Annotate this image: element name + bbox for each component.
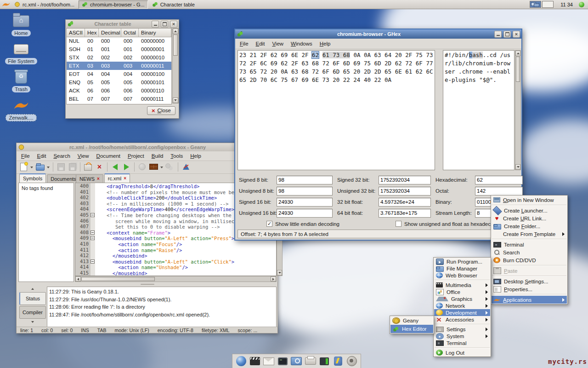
taskbar-button-rc-xml-root-foo-hom[interactable]: rc.xml - /root/foo/hom... xyxy=(11,1,77,8)
menubar-item-edit[interactable]: Edit xyxy=(34,152,50,160)
compile-button[interactable] xyxy=(137,161,147,172)
character-table-scrollbar[interactable] xyxy=(172,28,179,104)
scrollbar-thumb[interactable] xyxy=(516,57,520,82)
menu-item-create-launcher[interactable]: Create Launcher... xyxy=(492,207,567,214)
desktop-icon-file-system[interactable]: File System xyxy=(2,42,40,64)
table-row[interactable]: BEL0700700700000111 xyxy=(67,95,171,103)
code-line[interactable]: </mousebind> xyxy=(107,253,276,259)
menubar-item-view[interactable]: View xyxy=(74,152,93,160)
menu-item-search[interactable]: Search xyxy=(492,248,567,256)
scrollbar-thumb[interactable] xyxy=(173,34,178,56)
fold-marker-icon[interactable] xyxy=(90,213,95,217)
desktop-icon-trash[interactable]: Trash xyxy=(2,70,40,92)
fold-marker-icon[interactable] xyxy=(90,259,95,264)
unsigned-hex-checkbox[interactable]: Show unsigned and float as hexadecimal xyxy=(396,221,500,227)
table-row[interactable]: ETX0300300300000011 xyxy=(67,62,171,70)
column-header-ascii[interactable]: ASCII xyxy=(67,29,85,37)
ghex-window[interactable]: chromium-browser - GHex FileEditViewWind… xyxy=(234,29,522,241)
close-document-button[interactable]: × xyxy=(94,161,105,172)
signed-8-bit-input[interactable] xyxy=(277,176,333,184)
ghex-scrollbar[interactable] xyxy=(515,50,521,170)
minimize-button[interactable] xyxy=(152,21,159,28)
build-button[interactable] xyxy=(148,161,159,172)
preferences-button[interactable] xyxy=(165,161,175,172)
dock-launcher-volume[interactable] xyxy=(346,356,357,367)
code-line[interactable]: <action name="Raise"/> xyxy=(107,247,276,253)
tab-close-icon[interactable]: × xyxy=(124,176,126,181)
close-dialog-button[interactable]: ×Close xyxy=(147,106,175,115)
workspace-2[interactable] xyxy=(542,1,554,8)
dock-launcher-web-browser[interactable] xyxy=(236,356,247,367)
code-line[interactable]: </mousebind> xyxy=(107,270,276,276)
32-bit-float-input[interactable] xyxy=(379,198,431,207)
menu-item-web-browser[interactable]: Web Browser xyxy=(434,272,490,279)
navigate-back-button[interactable] xyxy=(110,161,120,172)
menu-item-hex-editor[interactable]: Hex Editor xyxy=(390,325,433,333)
table-row[interactable]: ACK0600600600000110 xyxy=(67,86,171,95)
menu-item-burn-cd-dvd[interactable]: Burn CD/DVD xyxy=(492,256,567,264)
dock-launcher-file-search[interactable] xyxy=(291,356,302,367)
zenwalk-menu-button[interactable] xyxy=(2,1,10,7)
maximize-button[interactable] xyxy=(503,31,511,38)
document-tab-news[interactable]: NEWS× xyxy=(76,174,103,183)
code-line[interactable]: <action name="Focus"/> xyxy=(107,242,276,247)
minimize-button[interactable] xyxy=(494,31,502,38)
unsigned-16-bit-input[interactable] xyxy=(277,209,333,218)
character-table-window[interactable]: Character table ASCIIHexDecimalOctalBina… xyxy=(65,19,179,119)
hex-pane[interactable]: 23 21 2F 62 69 6E 2F 62 61 73 68 0A 0A 6… xyxy=(237,50,435,170)
menu-item-run-program[interactable]: Run Program... xyxy=(434,258,490,265)
save-all-button[interactable] xyxy=(67,161,78,172)
scroll-down-icon[interactable] xyxy=(277,270,282,276)
save-button[interactable] xyxy=(56,161,66,172)
character-table-list[interactable]: ASCIIHexDecimalOctalBinary NUL0000000000… xyxy=(66,28,172,104)
signed-32-bit-input[interactable] xyxy=(379,176,431,184)
column-header-binary[interactable]: Binary xyxy=(139,29,171,37)
menu-item-geany[interactable]: Geany xyxy=(390,316,433,325)
table-row[interactable]: SOH0100100100000001 xyxy=(67,45,171,53)
table-row[interactable]: ENQ0500500500000101 xyxy=(67,78,171,86)
menubar-item-help[interactable]: Help xyxy=(187,152,205,160)
color-chooser-button[interactable] xyxy=(181,161,191,172)
menu-item-applications[interactable]: Applications xyxy=(492,296,567,304)
scroll-right-icon[interactable] xyxy=(271,276,276,282)
menu-item-network[interactable]: Network xyxy=(434,302,490,309)
character-table-titlebar[interactable]: Character table xyxy=(66,20,179,28)
scroll-down-icon[interactable] xyxy=(173,98,178,103)
dock-launcher-mail[interactable] xyxy=(263,356,274,367)
menubar-item-build[interactable]: Build xyxy=(148,152,167,160)
workspace-1[interactable] xyxy=(530,1,541,8)
tabs-scroll-down-icon[interactable] xyxy=(19,320,46,324)
code-line[interactable]: <mousebind button="A-Left" action="Click… xyxy=(107,259,276,265)
menubar-item-file[interactable]: File xyxy=(17,152,34,160)
menubar-item-file[interactable]: File xyxy=(236,40,252,47)
ghex-titlebar[interactable]: chromium-browser - GHex xyxy=(235,29,521,39)
menu-item-open-in-new-window[interactable]: Open in New Window xyxy=(492,196,567,204)
menu-item-create-url-link[interactable]: Create URL Link... xyxy=(492,214,567,222)
table-row[interactable]: STX0200200200000010 xyxy=(67,53,171,62)
message-tab-compiler[interactable]: Compiler xyxy=(19,306,46,319)
menu-item-create-folder[interactable]: Create Folder... xyxy=(492,222,567,230)
dock-launcher-display[interactable] xyxy=(319,356,330,367)
editor-horizontal-scrollbar[interactable] xyxy=(75,276,277,282)
octal-input[interactable] xyxy=(475,187,523,196)
menubar-item-project[interactable]: Project xyxy=(124,152,148,160)
revert-button[interactable] xyxy=(83,161,93,172)
menubar-item-help[interactable]: Help xyxy=(316,40,334,47)
menu-item-create-from-template[interactable]: Create From Template xyxy=(492,230,567,238)
open-file-button[interactable] xyxy=(35,161,45,172)
menu-item-system[interactable]: System xyxy=(434,333,490,339)
scrollbar-thumb[interactable] xyxy=(81,277,155,281)
64-bit-float-input[interactable] xyxy=(379,209,431,218)
document-tab-rc-xml[interactable]: rc.xml× xyxy=(104,173,130,183)
desktop-icon-home[interactable]: Home xyxy=(2,14,40,36)
signed-16-bit-input[interactable] xyxy=(277,198,333,207)
taskbar-button-chromium-browser-g[interactable]: chromium-browser - G... xyxy=(79,0,148,9)
scroll-up-icon[interactable] xyxy=(515,51,520,56)
menu-item-log-out[interactable]: Log Out xyxy=(434,349,490,356)
message-tab-status[interactable]: Status xyxy=(19,292,46,305)
close-button[interactable] xyxy=(170,21,177,28)
close-button[interactable] xyxy=(513,31,520,38)
maximize-button[interactable] xyxy=(161,21,168,28)
code-line[interactable]: <action name="Unshade"/> xyxy=(107,264,276,270)
menu-item-desktop-settings[interactable]: Desktop Settings... xyxy=(492,277,567,285)
